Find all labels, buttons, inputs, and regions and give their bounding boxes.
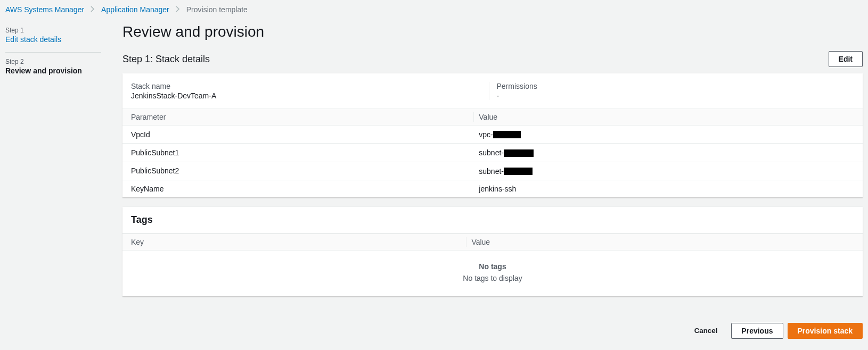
- col-parameter: Parameter: [122, 109, 470, 126]
- table-row: PublicSubnet1subnet-: [122, 144, 863, 162]
- param-name: VpcId: [122, 126, 470, 144]
- col-value: Value: [470, 109, 863, 126]
- chevron-right-icon: [176, 6, 180, 14]
- table-row: VpcIdvpc-: [122, 126, 863, 144]
- param-value: subnet-: [470, 144, 863, 162]
- page-title: Review and provision: [122, 23, 863, 40]
- permissions-value: -: [497, 91, 855, 100]
- step-label: Step 1: [5, 27, 101, 34]
- col-value: Value: [463, 234, 863, 250]
- tags-empty-state: No tags No tags to display: [122, 251, 863, 296]
- stack-name-cell: Stack name JenkinsStack-DevTeam-A: [131, 82, 489, 100]
- param-value: subnet-: [470, 162, 863, 180]
- step-active-review: Review and provision: [5, 66, 101, 75]
- main-content: Review and provision Step 1: Stack detai…: [122, 23, 863, 350]
- provision-stack-button[interactable]: Provision stack: [788, 323, 863, 339]
- stack-details-panel: Stack name JenkinsStack-DevTeam-A Permis…: [122, 73, 863, 197]
- breadcrumb: AWS Systems Manager Application Manager …: [0, 0, 868, 23]
- no-tags-subtitle: No tags to display: [122, 274, 863, 282]
- breadcrumb-current: Provision template: [186, 5, 248, 14]
- edit-button[interactable]: Edit: [829, 51, 863, 67]
- param-value: vpc-: [470, 126, 863, 144]
- tags-panel: Tags Key Value No tags No tags to displa…: [122, 207, 863, 296]
- section-stack-details-title: Step 1: Stack details: [122, 54, 210, 65]
- tags-table: Key Value: [122, 234, 863, 251]
- param-name: PublicSubnet2: [122, 162, 470, 180]
- wizard-sidebar: Step 1 Edit stack details Step 2 Review …: [5, 23, 101, 350]
- param-name: PublicSubnet1: [122, 144, 470, 162]
- redacted-value: [504, 149, 534, 157]
- cancel-button[interactable]: Cancel: [685, 323, 727, 338]
- previous-button[interactable]: Previous: [731, 323, 783, 339]
- wizard-step-1: Step 1 Edit stack details: [5, 23, 101, 50]
- breadcrumb-app-manager[interactable]: Application Manager: [101, 5, 169, 14]
- step-divider: [5, 52, 101, 53]
- col-key: Key: [122, 234, 463, 250]
- footer-actions: Cancel Previous Provision stack: [122, 323, 863, 339]
- step-link-edit-stack[interactable]: Edit stack details: [5, 35, 61, 44]
- table-row: PublicSubnet2subnet-: [122, 162, 863, 180]
- stack-name-label: Stack name: [131, 82, 489, 90]
- param-name: KeyName: [122, 180, 470, 197]
- breadcrumb-sys-manager[interactable]: AWS Systems Manager: [5, 5, 84, 14]
- redacted-value: [493, 131, 521, 138]
- wizard-step-2: Step 2 Review and provision: [5, 55, 101, 81]
- parameters-table: Parameter Value VpcIdvpc-PublicSubnet1su…: [122, 109, 863, 197]
- param-value: jenkins-ssh: [470, 180, 863, 197]
- step-label: Step 2: [5, 58, 101, 65]
- no-tags-title: No tags: [122, 262, 863, 271]
- redacted-value: [504, 168, 533, 175]
- stack-name-value: JenkinsStack-DevTeam-A: [131, 91, 489, 100]
- permissions-cell: Permissions -: [489, 82, 855, 100]
- chevron-right-icon: [91, 6, 95, 14]
- permissions-label: Permissions: [497, 82, 855, 90]
- tags-header: Tags: [131, 214, 854, 226]
- table-row: KeyNamejenkins-ssh: [122, 180, 863, 197]
